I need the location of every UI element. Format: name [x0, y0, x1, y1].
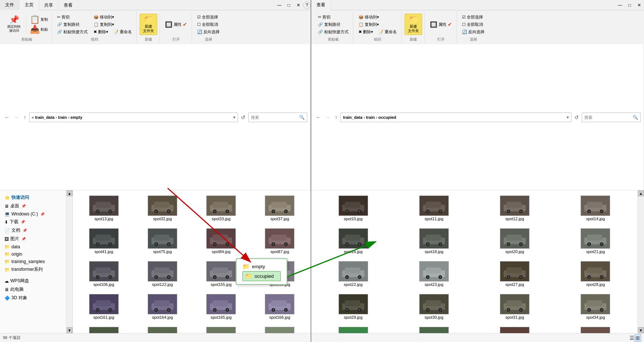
file-item-spot22_jpg[interactable]: spot22.jpg — [314, 259, 392, 289]
tab-view-right[interactable]: 查看 — [311, 0, 331, 11]
popup-empty[interactable]: 📁 empty — [242, 262, 281, 271]
file-item-spot31_jpg[interactable]: spot31.jpg — [476, 292, 554, 322]
tab-view-left[interactable]: 查看 — [59, 0, 78, 10]
maximize-right[interactable]: □ — [625, 1, 634, 9]
file-item-spot212_jpg[interactable]: spot212.jpg — [252, 325, 308, 333]
address-box-right[interactable]: train_data › train › occupied ▾ — [340, 113, 571, 122]
address-box-left[interactable]: « train_data › train › empty ▾ — [29, 113, 238, 122]
file-item-spot14_jpg[interactable]: spot14.jpg — [557, 193, 634, 223]
file-item-spot37_jpg[interactable]: spot37.jpg — [252, 193, 308, 223]
rename-btn-left[interactable]: 📝重命名 — [111, 28, 134, 35]
file-item-spot122_jpg[interactable]: spot122.jpg — [134, 259, 190, 289]
select-all-btn-left[interactable]: ☑全部选择 — [195, 14, 222, 21]
minimize-left[interactable]: — — [274, 1, 284, 9]
popup-occupied[interactable]: 📁 occupied — [242, 271, 281, 281]
file-item-spot35_jpg[interactable]: spot35.jpg — [314, 325, 392, 333]
sidebar-wps[interactable]: ☁ WPS网盘 — [0, 277, 66, 285]
minimize-right[interactable]: — — [615, 1, 625, 9]
tab-share-left[interactable]: 共享 — [39, 0, 59, 10]
file-item-spot32_jpg[interactable]: spot32.jpg — [134, 193, 190, 223]
help-left[interactable]: ? — [303, 1, 311, 9]
new-folder-btn-left[interactable]: 📁 新建文件夹 — [140, 14, 157, 35]
file-item-spot21_jpg[interactable]: spot21.jpg — [557, 226, 634, 256]
invert-btn-left[interactable]: 🔄反向选择 — [195, 28, 222, 35]
file-item-spot173_jpg[interactable]: spot173.jpg — [134, 325, 190, 333]
sidebar-training-samples[interactable]: 📁 training_samples — [0, 258, 66, 265]
move-btn-left[interactable]: 📦移动到▾ — [91, 14, 134, 21]
sidebar-3d-objects[interactable]: 🔷 3D 对象 — [0, 294, 66, 302]
delete-btn-right[interactable]: ✖删除▾ — [356, 28, 375, 35]
cut-btn-left[interactable]: ✂剪切 — [55, 14, 90, 21]
file-item-spot30_jpg[interactable]: spot30.jpg — [395, 292, 473, 322]
deselect-btn-right[interactable]: ☐全部取消 — [460, 21, 487, 28]
paste-btn-left[interactable]: 📥 粘贴 — [28, 25, 49, 34]
file-item-spot165_jpg[interactable]: spot165.jpg — [193, 292, 249, 322]
invert-btn-right[interactable]: 🔄反向选择 — [460, 28, 487, 35]
file-item-spot84_jpg[interactable]: spot84.jpg — [193, 226, 249, 256]
sidebar-pictures[interactable]: 🖼 图片 📌 — [0, 235, 66, 243]
refresh-btn-left[interactable]: ↺ — [239, 114, 247, 121]
move-btn-right[interactable]: 📦移动到▾ — [356, 14, 399, 21]
file-item-spot10_jpg[interactable]: spot10.jpg — [314, 193, 392, 223]
search-input-left[interactable] — [251, 115, 299, 120]
sidebar-this-pc[interactable]: 🖥 此电脑 — [0, 285, 66, 294]
deselect-btn-left[interactable]: ☐全部取消 — [195, 21, 222, 28]
search-box-left[interactable]: 🔍 — [248, 113, 307, 122]
file-item-spot12_jpg[interactable]: spot12.jpg — [476, 193, 554, 223]
refresh-btn-right[interactable]: ↺ — [573, 114, 580, 121]
file-item-spot13_jpg[interactable]: spot13.jpg — [76, 193, 132, 223]
scroll-up-left[interactable]: ▲ — [67, 190, 73, 196]
address-dropdown-icon-left[interactable]: ▾ — [233, 115, 235, 120]
file-item-spot36_jpg[interactable]: spot36.jpg — [395, 325, 473, 333]
forward-btn-left[interactable]: → — [13, 114, 21, 121]
file-item-spot174_jpg[interactable]: spot174.jpg — [193, 325, 249, 333]
rename-btn-right[interactable]: 📝重命名 — [376, 28, 399, 35]
properties-btn-right[interactable]: 🔲 属性 ✔ — [428, 20, 454, 29]
maximize-left[interactable]: □ — [284, 1, 294, 9]
sidebar-documents[interactable]: 📄 文档 📌 — [0, 226, 66, 235]
file-item-spot87_jpg[interactable]: spot87.jpg — [252, 226, 308, 256]
file-item-spot29_jpg[interactable]: spot29.jpg — [314, 292, 392, 322]
scroll-up-right[interactable]: ▲ — [638, 190, 644, 196]
file-item-spot166_jpg[interactable]: spot166.jpg — [252, 292, 308, 322]
back-btn-right[interactable]: ← — [314, 114, 322, 121]
file-item-spot164_jpg[interactable]: spot164.jpg — [134, 292, 190, 322]
file-item-spot161_jpg[interactable]: spot161.jpg — [76, 292, 132, 322]
file-item-spot28_jpg[interactable]: spot28.jpg — [557, 259, 634, 289]
sidebar-transformer[interactable]: 📁 transformer系列 — [0, 265, 66, 274]
right-file-content[interactable]: spot10.jpg spot11.jpg spot12.jpg spot14.… — [311, 190, 637, 333]
file-item-spot41_jpg[interactable]: spot41.jpg — [76, 226, 132, 256]
copy-btn-left[interactable]: 📋 复制 — [28, 15, 49, 24]
cut-btn-right[interactable]: ✂剪切 — [316, 14, 351, 21]
up-btn-right[interactable]: ↑ — [333, 114, 339, 121]
file-item-spot23_jpg[interactable]: spot23.jpg — [395, 259, 473, 289]
file-item-spot16_jpg[interactable]: spot16.jpg — [314, 226, 392, 256]
close-left[interactable]: ✕ — [294, 1, 303, 9]
close-right[interactable]: ✕ — [634, 1, 644, 9]
sidebar-windows-c[interactable]: 💻 Windows (C:) 📌 — [0, 210, 66, 218]
file-item-spot18_jpg[interactable]: spot18.jpg — [395, 226, 473, 256]
file-item-spot172_jpg[interactable]: spot172.jpg — [76, 325, 132, 333]
view-grid-icon[interactable]: ⊞ — [634, 334, 641, 342]
scroll-down-left[interactable]: ▼ — [67, 327, 73, 333]
tab-home-left[interactable]: 主页 — [20, 0, 39, 11]
search-box-right[interactable]: 🔍 — [582, 113, 641, 122]
file-item-spot34_jpg[interactable]: spot34.jpg — [557, 292, 634, 322]
right-scroll[interactable]: ▲ ▼ — [637, 190, 644, 333]
forward-btn-right[interactable]: → — [324, 114, 332, 121]
select-all-btn-right[interactable]: ☑全部选择 — [460, 14, 487, 21]
copy2-btn-left[interactable]: 📋复制到▾ — [91, 21, 134, 28]
file-item-spot38_jpg[interactable]: spot38.jpg — [476, 325, 554, 333]
new-folder-btn-right[interactable]: 📁 新建文件夹 — [405, 14, 422, 35]
properties-btn-left[interactable]: 🔲 属性 ✔ — [163, 20, 189, 29]
scroll-down-right[interactable]: ▼ — [638, 327, 644, 333]
address-dropdown-icon-right[interactable]: ▾ — [567, 115, 569, 120]
file-item-spot20_jpg[interactable]: spot20.jpg — [476, 226, 554, 256]
copy-path-btn-right[interactable]: 🔗复制路径 — [316, 21, 351, 28]
up-btn-left[interactable]: ↑ — [22, 114, 28, 121]
file-item-spot75_jpg[interactable]: spot75.jpg — [134, 226, 190, 256]
pin-btn-left[interactable]: 📌 固定到快速访问 — [4, 14, 24, 34]
delete-btn-left[interactable]: ✖删除▾ — [91, 28, 111, 35]
paste-sc-btn-right[interactable]: 🔗粘贴快捷方式 — [316, 28, 351, 35]
copy-path-btn-left[interactable]: 🔗复制路径 — [55, 21, 90, 28]
